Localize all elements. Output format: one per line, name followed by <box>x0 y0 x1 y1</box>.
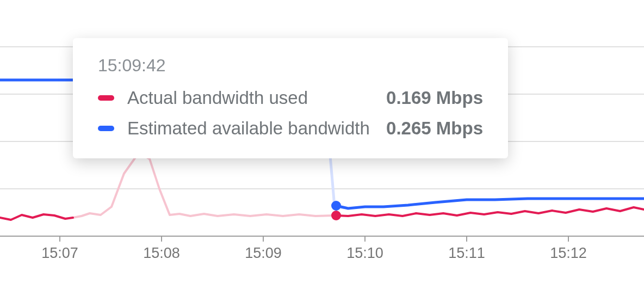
hover-tooltip: 15:09:42 Actual bandwidth used 0.169 Mbp… <box>73 38 508 158</box>
x-tick-label: 15:12 <box>536 245 601 262</box>
legend-swatch-estimated <box>98 126 114 131</box>
tooltip-time: 15:09:42 <box>98 55 483 76</box>
series-actual-left <box>0 214 73 220</box>
tooltip-label-actual: Actual bandwidth used <box>127 88 373 108</box>
x-tick-label: 15:08 <box>129 245 194 262</box>
x-tick-label: 15:07 <box>27 245 92 262</box>
x-tick-label: 15:10 <box>332 245 398 262</box>
bandwidth-chart[interactable]: 15:07 15:08 15:09 15:10 15:11 15:12 15:0… <box>0 0 644 296</box>
series-actual-faded <box>73 153 336 218</box>
legend-swatch-actual <box>98 95 114 101</box>
tooltip-row-actual: Actual bandwidth used 0.169 Mbps <box>98 88 483 108</box>
series-actual <box>336 207 644 216</box>
tooltip-value-actual: 0.169 Mbps <box>386 88 483 108</box>
hover-marker-estimated <box>331 201 341 211</box>
tooltip-label-estimated: Estimated available bandwidth <box>127 118 373 139</box>
hover-marker-actual <box>331 211 341 220</box>
x-tick-label: 15:09 <box>231 245 296 262</box>
series-estimated <box>336 199 644 208</box>
tooltip-row-estimated: Estimated available bandwidth 0.265 Mbps <box>98 118 483 139</box>
x-ticks <box>60 236 568 242</box>
tooltip-value-estimated: 0.265 Mbps <box>386 118 483 139</box>
x-tick-label: 15:11 <box>434 245 499 262</box>
